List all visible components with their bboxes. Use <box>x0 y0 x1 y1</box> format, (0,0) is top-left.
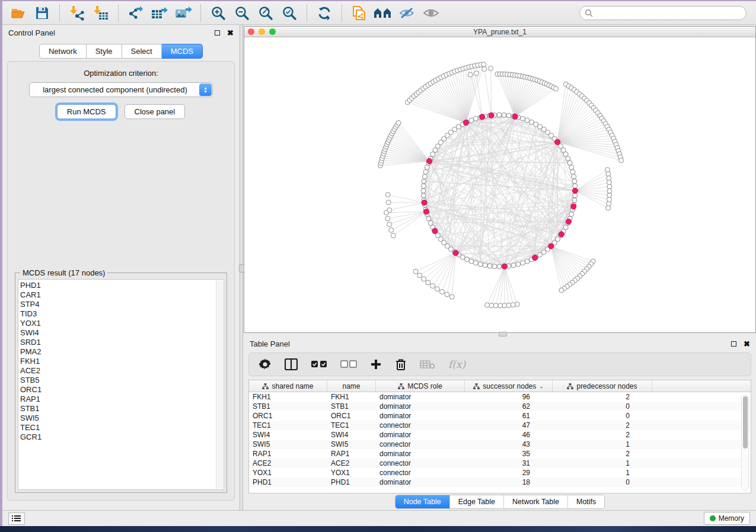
tab-motifs[interactable]: Motifs <box>567 495 604 508</box>
search-field[interactable] <box>579 6 747 20</box>
mcds-result-item[interactable]: TEC1 <box>20 423 214 432</box>
mcds-result-list[interactable]: PHD1CAR1STP4TID3YOX1SWI4SRD1PMA2FKH1ACE2… <box>18 279 224 490</box>
table-row[interactable]: PHD1PHD1dominator180 <box>249 477 751 487</box>
zoom-out-icon[interactable] <box>232 4 252 22</box>
table-row[interactable]: STB1STB1dominator620 <box>249 402 751 411</box>
column-header-MCDS-role[interactable]: MCDS role <box>376 380 465 392</box>
mcds-result-item[interactable]: SWI5 <box>20 414 214 423</box>
select-all-checkboxes-icon[interactable] <box>311 360 327 368</box>
open-session-icon[interactable] <box>8 4 28 22</box>
mcds-result-item[interactable]: SWI4 <box>20 328 214 338</box>
cell-predecessors: 2 <box>553 421 652 430</box>
mcds-result-item[interactable]: ORC1 <box>20 385 214 395</box>
search-input[interactable] <box>595 9 741 17</box>
mcds-result-item[interactable]: TID3 <box>20 309 214 319</box>
cell-role: dominator <box>376 450 465 458</box>
mcds-result-item[interactable]: PMA2 <box>20 347 214 357</box>
column-header-predecessor-nodes[interactable]: predecessor nodes <box>553 380 652 392</box>
splitter-handle[interactable] <box>239 264 244 273</box>
mcds-result-item[interactable]: SRD1 <box>20 338 214 347</box>
mcds-result-item[interactable]: STB5 <box>20 376 214 385</box>
network-canvas[interactable] <box>244 37 755 332</box>
export-image-icon[interactable] <box>173 4 193 22</box>
table-row[interactable]: YOX1YOX1connector291 <box>249 468 751 477</box>
zoom-in-icon[interactable] <box>208 4 228 22</box>
table-row[interactable]: SWI5SWI5connector431 <box>249 440 751 449</box>
criterion-dropdown[interactable]: largest connected component (undirected)… <box>29 82 213 97</box>
tab-style[interactable]: Style <box>87 44 122 59</box>
close-panel-icon[interactable]: ✖ <box>744 340 750 348</box>
desktop-wallpaper <box>0 526 756 532</box>
table-row[interactable]: RAP1RAP1dominator352 <box>249 449 751 459</box>
add-column-icon[interactable] <box>370 358 382 370</box>
duplicate-network-icon[interactable] <box>349 4 369 22</box>
hide-selected-icon[interactable] <box>397 4 417 22</box>
export-table-icon[interactable] <box>149 4 170 22</box>
mcds-result-item[interactable]: STP4 <box>20 300 214 309</box>
column-type-icon <box>567 383 573 389</box>
task-history-button[interactable] <box>8 512 25 525</box>
table-row[interactable]: ACE2ACE2connector311 <box>249 459 751 468</box>
table-scrollbar[interactable] <box>741 395 749 491</box>
close-panel-button[interactable]: Close panel <box>125 104 186 119</box>
mcds-result-item[interactable]: YOX1 <box>20 319 214 328</box>
run-mcds-button[interactable]: Run MCDS <box>57 104 116 119</box>
mcds-result-item[interactable]: PHD1 <box>20 281 214 290</box>
table-row[interactable]: TEC1TEC1connector472 <box>249 421 751 430</box>
mcds-tab-content: Optimization criterion: largest connecte… <box>7 61 235 501</box>
table-row[interactable]: ORC1ORC1dominator610 <box>249 411 751 421</box>
column-type-icon <box>398 383 404 389</box>
first-neighbors-icon[interactable] <box>373 4 393 22</box>
column-header-name[interactable]: name <box>327 380 376 392</box>
cell-successors: 62 <box>465 402 553 411</box>
mcds-result-item[interactable]: GCR1 <box>20 432 214 442</box>
deselect-all-checkboxes-icon[interactable] <box>340 360 357 368</box>
save-session-icon[interactable] <box>32 4 52 22</box>
zoom-selected-icon[interactable] <box>279 4 299 22</box>
float-panel-icon[interactable] <box>731 341 736 347</box>
export-network-icon[interactable] <box>126 4 146 22</box>
column-header-shared-name[interactable]: shared name <box>249 380 327 392</box>
mcds-result-item[interactable]: ACE2 <box>20 366 214 376</box>
delete-column-icon[interactable] <box>395 358 407 371</box>
list-scrollbar[interactable] <box>216 280 223 489</box>
refresh-icon[interactable] <box>314 4 334 22</box>
column-header-successor-nodes[interactable]: successor nodes⌄ <box>465 380 553 392</box>
tab-mcds[interactable]: MCDS <box>162 44 203 59</box>
network-graph[interactable] <box>244 37 755 332</box>
mcds-result-group: MCDS result (17 nodes) PHD1CAR1STP4TID3Y… <box>15 273 227 493</box>
column-header-label: shared name <box>272 382 313 390</box>
gear-icon[interactable] <box>259 358 272 371</box>
tab-node-table[interactable]: Node Table <box>395 495 449 508</box>
close-panel-icon[interactable]: ✖ <box>227 29 234 37</box>
network-window-titlebar[interactable]: YPA_prune.txt_1 <box>244 27 755 37</box>
tab-select[interactable]: Select <box>122 44 162 59</box>
import-table-icon[interactable] <box>91 4 111 22</box>
memory-button[interactable]: Memory <box>704 512 750 525</box>
table-row[interactable]: FKH1FKH1dominator962 <box>249 392 751 402</box>
horizontal-splitter[interactable] <box>244 333 756 336</box>
scrollbar-thumb[interactable] <box>743 396 748 448</box>
status-bar: Memory <box>2 510 756 526</box>
mcds-result-item[interactable]: RAP1 <box>20 395 214 404</box>
mcds-result-item[interactable]: FKH1 <box>20 357 214 366</box>
cell-predecessors: 0 <box>553 402 652 411</box>
mcds-result-item[interactable]: STB1 <box>20 404 214 414</box>
table-row[interactable]: SWI4SWI4dominator462 <box>249 430 751 440</box>
dropdown-stepper-icon: ▲▼ <box>199 84 212 96</box>
cell-role: dominator <box>376 402 465 411</box>
splitter-handle[interactable] <box>499 332 507 336</box>
float-panel-icon[interactable] <box>215 30 220 36</box>
optimization-criterion-label: Optimization criterion: <box>11 69 231 78</box>
vertical-splitter[interactable] <box>240 25 243 510</box>
tab-edge-table[interactable]: Edge Table <box>449 495 503 508</box>
tab-network[interactable]: Network <box>39 44 87 59</box>
split-columns-icon[interactable] <box>285 358 298 370</box>
cell-name: TEC1 <box>327 421 376 430</box>
zoom-fit-icon[interactable] <box>256 4 276 22</box>
import-network-icon[interactable] <box>67 4 87 22</box>
memory-status-icon <box>710 515 716 521</box>
show-all-icon[interactable] <box>420 4 441 22</box>
tab-network-table[interactable]: Network Table <box>503 495 567 508</box>
mcds-result-item[interactable]: CAR1 <box>20 290 214 300</box>
